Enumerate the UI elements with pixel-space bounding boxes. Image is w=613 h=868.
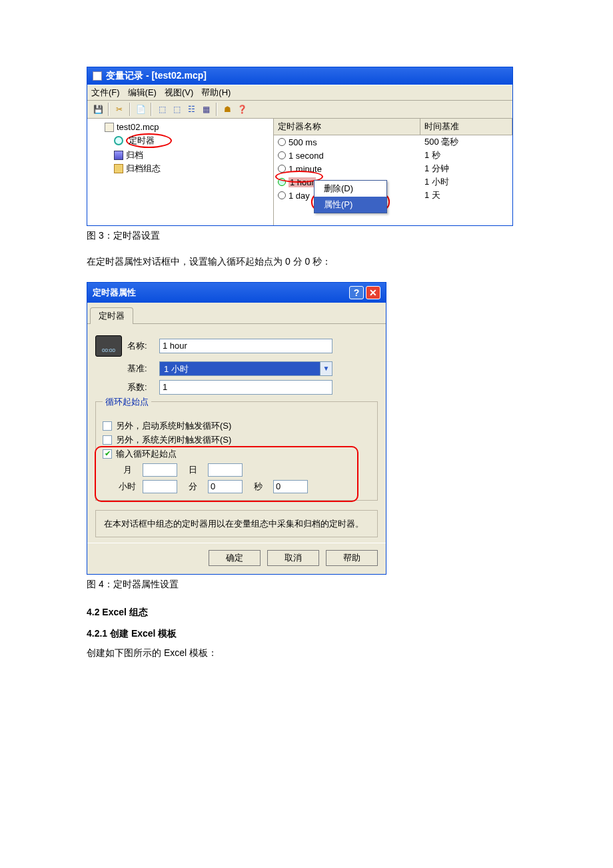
timer-row[interactable]: 1 day 1 天 — [274, 189, 512, 202]
label-day: 日 — [183, 464, 203, 476]
figure-caption-4: 图 4：定时器属性设置 — [87, 579, 526, 591]
timer-icon — [278, 138, 286, 146]
cancel-button[interactable]: 取消 — [267, 550, 319, 566]
body-paragraph: 在定时器属性对话框中，设置输入循环起始点为 0 分 0 秒： — [87, 254, 526, 270]
day-input[interactable] — [208, 463, 243, 477]
toolbar-separator — [151, 103, 152, 116]
timer-name: 1 minute — [289, 164, 322, 174]
help-icon[interactable]: ❓ — [235, 103, 249, 116]
menu-delete[interactable]: 删除(D) — [314, 181, 386, 197]
tree-root[interactable]: test02.mcp — [95, 121, 271, 133]
timer-base: 1 秒 — [420, 149, 512, 162]
dialog-titlebar: 定时器属性 ? ✕ — [87, 283, 386, 303]
tool-icon[interactable]: ⬚ — [155, 103, 169, 116]
dialog-title: 定时器属性 — [93, 287, 136, 299]
checkbox-input-cycle-start[interactable]: ✔ 输入循环起始点 — [103, 448, 370, 460]
timer-properties-dialog: 定时器属性 ? ✕ 定时器 名称: 基准: — [87, 282, 386, 575]
checkbox-icon-checked[interactable]: ✔ — [103, 449, 112, 459]
grid-icon[interactable]: ▦ — [199, 103, 213, 116]
tree-timer[interactable]: 定时器 — [95, 133, 271, 149]
tree-archive-config-label: 归档组态 — [126, 163, 161, 175]
timer-base: 1 天 — [420, 189, 512, 202]
timer-name: 1 second — [289, 151, 324, 161]
ok-button[interactable]: 确定 — [209, 550, 261, 566]
body-paragraph: 创建如下图所示的 Excel 模板： — [87, 645, 526, 661]
label-hour: 小时 — [117, 481, 137, 493]
tree-archive[interactable]: 归档 — [95, 149, 271, 162]
dialog-tabs: 定时器 — [87, 303, 386, 324]
toolbar: 💾 ✂ 📄 ⬚ ⬚ ☷ ▦ ☗ ❓ — [87, 101, 512, 119]
menu-file[interactable]: 文件(F) — [91, 87, 120, 99]
label-factor: 系数: — [127, 381, 154, 393]
timer-icon — [278, 191, 286, 199]
tool-icon[interactable]: ☷ — [185, 103, 198, 116]
toolbar-separator — [108, 103, 109, 116]
props-icon[interactable]: ☗ — [221, 103, 234, 116]
info-text: 在本对话框中组态的定时器用以在变量组态中采集和归档的定时器。 — [95, 510, 378, 538]
checkbox-start-on-boot[interactable]: 另外，启动系统时触发循环(S) — [103, 420, 370, 432]
timer-icon — [278, 165, 286, 173]
toolbar-separator — [216, 103, 217, 116]
help-button-icon[interactable]: ? — [349, 286, 364, 299]
tab-timer[interactable]: 定时器 — [90, 307, 133, 324]
context-menu: 删除(D) 属性(P) — [314, 180, 387, 213]
figure-caption-3: 图 3：定时器设置 — [87, 230, 526, 242]
chevron-down-icon[interactable]: ▼ — [320, 362, 332, 375]
checkbox-icon[interactable] — [103, 435, 112, 445]
timer-icon — [278, 151, 286, 159]
folder-icon — [114, 164, 123, 173]
timer-name: 1 day — [289, 191, 310, 201]
checkbox-stop-on-shutdown[interactable]: 另外，系统关闭时触发循环(S) — [103, 434, 370, 446]
tool-icon[interactable]: ⬚ — [170, 103, 183, 116]
label-minute: 分 — [183, 481, 203, 493]
menubar: 文件(F) 编辑(E) 视图(V) 帮助(H) — [87, 85, 512, 101]
tree-archive-config[interactable]: 归档组态 — [95, 162, 271, 175]
timer-base: 1 小时 — [420, 175, 512, 189]
heading-4-2-1: 4.2.1 创建 Excel 模板 — [87, 628, 526, 640]
timer-row[interactable]: 500 ms 500 毫秒 — [274, 135, 512, 149]
timer-row[interactable]: 1 minute 1 分钟 — [274, 162, 512, 175]
timer-row[interactable]: 1 second 1 秒 — [274, 149, 512, 162]
hour-input[interactable] — [143, 480, 177, 493]
tree-archive-label: 归档 — [126, 149, 143, 161]
stopwatch-icon — [95, 335, 122, 357]
col-time-base[interactable]: 时间基准 — [420, 119, 512, 135]
base-combo[interactable]: 1 小时 ▼ — [159, 361, 332, 376]
minute-input[interactable] — [208, 480, 243, 493]
toolbar-separator — [129, 103, 131, 116]
timer-list: 定时器名称 时间基准 500 ms 500 毫秒 1 second 1 秒 1 … — [274, 119, 512, 225]
second-input[interactable] — [273, 480, 308, 493]
group-title: 循环起始点 — [103, 396, 151, 408]
timer-row-selected[interactable]: 1 hour 1 小时 — [274, 175, 512, 189]
factor-input[interactable] — [159, 380, 332, 395]
timer-name: 500 ms — [289, 137, 317, 147]
close-button-icon[interactable]: ✕ — [366, 286, 380, 299]
timer-base: 500 毫秒 — [420, 135, 512, 149]
label-month: 月 — [117, 464, 137, 476]
variable-log-window: 变量记录 - [test02.mcp] 文件(F) 编辑(E) 视图(V) 帮助… — [87, 67, 513, 226]
checkbox-icon[interactable] — [103, 421, 112, 431]
file-icon — [105, 123, 114, 132]
cycle-start-group: 循环起始点 另外，启动系统时触发循环(S) 另外，系统关闭时触发循环(S) ✔ … — [95, 401, 378, 501]
help-button[interactable]: 帮助 — [326, 550, 378, 566]
name-input[interactable] — [159, 339, 332, 353]
base-combo-value: 1 小时 — [160, 362, 320, 375]
label-name: 名称: — [127, 340, 154, 352]
timer-name: 1 hour — [289, 177, 316, 187]
window-titlebar: 变量记录 - [test02.mcp] — [87, 67, 512, 85]
cut-icon[interactable]: ✂ — [113, 103, 126, 116]
copy-icon[interactable]: 📄 — [134, 103, 147, 116]
red-highlight-oval: 定时器 — [126, 133, 172, 148]
menu-properties[interactable]: 属性(P) — [314, 197, 386, 213]
timer-base: 1 分钟 — [420, 162, 512, 175]
tree-root-label: test02.mcp — [117, 122, 159, 132]
menu-help[interactable]: 帮助(H) — [201, 87, 231, 99]
label-base: 基准: — [127, 363, 154, 375]
month-input[interactable] — [143, 463, 177, 477]
col-timer-name[interactable]: 定时器名称 — [274, 119, 420, 135]
menu-view[interactable]: 视图(V) — [165, 87, 193, 99]
menu-edit[interactable]: 编辑(E) — [128, 87, 157, 99]
clock-icon — [114, 136, 123, 145]
tree-view[interactable]: test02.mcp 定时器 归档 归档组态 — [87, 119, 274, 225]
save-icon[interactable]: 💾 — [91, 103, 105, 116]
